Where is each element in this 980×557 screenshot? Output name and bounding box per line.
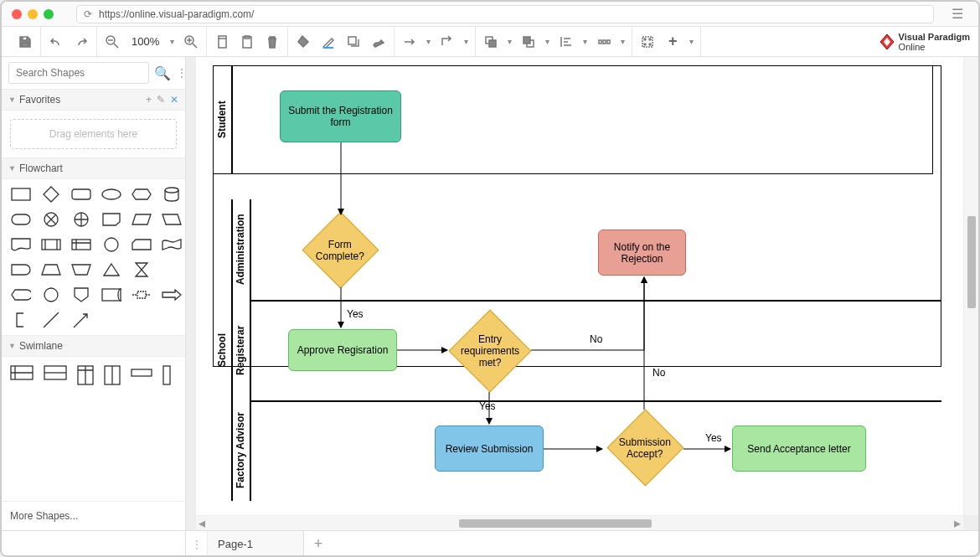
redo-button[interactable] [73, 34, 90, 50]
align-button[interactable] [558, 34, 575, 50]
lane-school[interactable]: School [213, 199, 231, 501]
shape-trap2[interactable] [70, 261, 92, 278]
shape-display[interactable] [10, 286, 32, 303]
node-approve[interactable]: Approve Regisration [288, 329, 397, 371]
shape-cylinder[interactable] [161, 186, 183, 203]
connection-button[interactable] [401, 34, 418, 50]
edit-favorite-icon[interactable]: ✎ [157, 94, 165, 106]
vertical-scrollbar[interactable] [964, 57, 978, 515]
canvas-area[interactable]: Student School Administration Registerar… [186, 57, 978, 530]
shape-parallelogram[interactable] [131, 211, 152, 228]
paste-button[interactable] [239, 34, 255, 50]
shape-delay[interactable] [10, 261, 32, 278]
minimize-dot[interactable] [28, 9, 38, 19]
shape-doc[interactable] [10, 236, 32, 253]
shape-hex[interactable] [131, 186, 152, 203]
to-front-button[interactable] [482, 34, 499, 50]
url-field[interactable]: ⟳ https://online.visual-paradigm.com/ [76, 5, 934, 23]
shape-tri[interactable] [101, 261, 122, 278]
lane-administration[interactable]: Administration [231, 199, 250, 300]
add-button[interactable]: + [664, 34, 681, 50]
shape-parallelogram-r[interactable] [161, 211, 183, 228]
chevron-down-icon: ▼ [8, 342, 16, 350]
zoom-value[interactable]: 100% [129, 35, 162, 48]
shape-hourglass[interactable] [131, 261, 152, 278]
search-icon[interactable]: 🔍 [154, 65, 171, 81]
tab-page-1[interactable]: Page-1 [208, 531, 304, 558]
shape-trap[interactable] [40, 261, 62, 278]
shape-ellipse[interactable] [101, 186, 122, 203]
chevron-down-icon: ▼ [8, 164, 16, 173]
add-tab-button[interactable]: + [304, 535, 333, 553]
save-button[interactable] [17, 34, 34, 50]
shape-stadium[interactable] [10, 211, 32, 228]
close-favorites-icon[interactable]: ✕ [170, 94, 178, 106]
swimlane-v1[interactable] [77, 365, 94, 389]
shape-internal[interactable] [70, 236, 92, 253]
swimlane-h1[interactable] [10, 365, 34, 389]
svg-rect-36 [163, 366, 170, 384]
shape-bracket[interactable] [10, 312, 32, 328]
search-options-icon[interactable]: ⋮ [176, 66, 186, 80]
shape-direct[interactable] [101, 286, 122, 303]
swimlane-single-v[interactable] [162, 365, 171, 389]
shape-circle-x[interactable] [40, 211, 62, 228]
node-review[interactable]: Review Submission [435, 425, 544, 472]
node-submit[interactable]: Submit the Registration form [280, 90, 401, 142]
to-back-button[interactable] [520, 34, 537, 50]
search-input[interactable] [8, 62, 149, 84]
fill-color-button[interactable] [295, 34, 312, 50]
shadow-button[interactable] [345, 34, 362, 50]
line-color-button[interactable] [320, 34, 337, 50]
swimlane-header[interactable]: ▼ Swimlane [2, 335, 185, 357]
flowchart-header[interactable]: ▼ Flowchart [2, 157, 185, 179]
svg-point-28 [44, 288, 58, 302]
brand-line2: Online [899, 42, 970, 52]
shape-arrow-line[interactable] [70, 312, 92, 328]
shape-shield[interactable] [70, 286, 92, 303]
more-shapes-link[interactable]: More Shapes... [2, 501, 185, 530]
toolbar: 100% ▾ ▾ ▾ ▾ ▾ ▾ ▾ + ▾ Visual ParadigmOn… [2, 27, 978, 57]
zoom-in-button[interactable] [183, 34, 199, 50]
copy-button[interactable] [214, 34, 230, 50]
horizontal-scrollbar[interactable]: ◂ ▸ [196, 516, 963, 530]
node-submission-accept[interactable]: Submission Accept? [607, 410, 684, 487]
shape-rect[interactable] [10, 186, 32, 203]
lane-registerar[interactable]: Registerar [231, 300, 250, 400]
shape-card[interactable] [131, 236, 152, 253]
shape-tape[interactable] [161, 236, 183, 253]
distribute-button[interactable] [596, 34, 612, 50]
node-send-acceptance[interactable]: Send Acceptance letter [732, 425, 866, 472]
shape-link[interactable] [131, 286, 152, 303]
svg-rect-9 [524, 37, 530, 44]
node-notify-reject[interactable]: Notify on the Rejection [598, 230, 686, 276]
shape-rounded[interactable] [70, 186, 92, 203]
swimlane-v2[interactable] [104, 365, 121, 389]
shape-offpage[interactable] [101, 211, 122, 228]
shape-circle3[interactable] [40, 286, 62, 303]
shape-arrow[interactable] [161, 286, 183, 303]
maximize-dot[interactable] [44, 9, 54, 19]
shape-line[interactable] [40, 312, 62, 328]
grid-toggle-button[interactable] [639, 34, 656, 50]
favorites-header[interactable]: ▼ Favorites + ✎ ✕ [2, 89, 185, 111]
swimlane-h2[interactable] [44, 365, 67, 389]
add-favorite-icon[interactable]: + [146, 94, 152, 106]
style-button[interactable] [370, 34, 387, 50]
close-dot[interactable] [12, 9, 22, 19]
edge-no-2: No [652, 367, 665, 379]
undo-button[interactable] [48, 34, 64, 50]
swimlane-single-h[interactable] [131, 365, 152, 389]
hamburger-icon[interactable]: ☰ [946, 4, 968, 23]
shape-predef[interactable] [40, 236, 62, 253]
favorites-drop-zone[interactable]: Drag elements here [10, 119, 177, 149]
shape-circle-plus[interactable] [70, 211, 92, 228]
zoom-out-button[interactable] [104, 34, 121, 50]
waypoint-button[interactable] [439, 34, 456, 50]
delete-button[interactable] [264, 34, 281, 50]
shape-diamond[interactable] [40, 186, 62, 203]
reload-icon[interactable]: ⟳ [84, 8, 92, 20]
shape-circle2[interactable] [101, 236, 122, 253]
tab-drag-icon[interactable]: ⋮ [186, 531, 208, 558]
lane-factory-advisor[interactable]: Factory Advisor [231, 400, 250, 501]
